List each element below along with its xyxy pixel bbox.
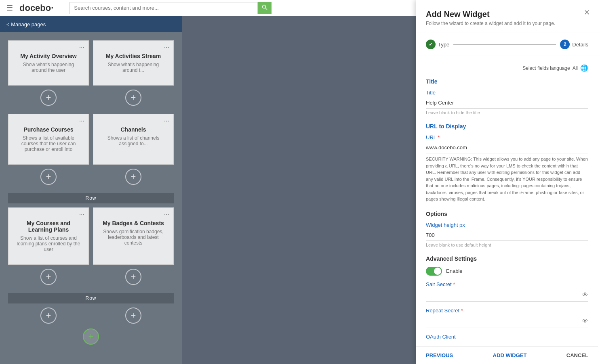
main-content: ··· My Activity Overview Show what's hap… — [0, 32, 182, 364]
height-field: Widget height px Leave blank to use defa… — [426, 222, 588, 247]
show-repeat-secret-icon[interactable]: 👁 — [582, 318, 588, 325]
title-input[interactable] — [426, 97, 588, 109]
cancel-button[interactable]: CANCEL — [566, 352, 588, 358]
add-btn-row: + + — [8, 90, 174, 106]
step-2-circle: 2 — [560, 40, 570, 49]
add-widget-button[interactable]: + — [125, 308, 141, 324]
step-2-label: Details — [572, 42, 588, 48]
repeat-secret-field: Repeat Secret * 👁 — [426, 308, 588, 328]
add-btn-container-4: + — [93, 169, 174, 185]
widget-title: My Activities Stream — [101, 53, 165, 59]
title-hint: Leave blank to hide the title — [426, 110, 588, 115]
widget-title: Channels — [101, 126, 165, 133]
oauth-client-label: OAuth Client — [426, 334, 588, 340]
widget-title: My Courses and Learning Plans — [17, 220, 80, 233]
widget-card-badges-contests: ··· My Badges & Contests Shows gamificat… — [93, 207, 174, 265]
row-label-2: Row — [8, 293, 174, 303]
wizard-stepper: ✓ Type 2 Details — [416, 33, 598, 56]
height-input[interactable] — [426, 230, 588, 241]
enable-label: Enable — [446, 268, 462, 274]
oauth-client-select[interactable] — [426, 341, 588, 347]
add-widget-button[interactable]: + — [40, 269, 57, 285]
panel-footer: PREVIOUS ADD WIDGET CANCEL — [416, 346, 598, 364]
title-input-label: Title — [426, 90, 588, 96]
manage-pages-link[interactable]: < Manage pages — [6, 21, 46, 27]
salt-secret-label: Salt Secret * — [426, 281, 588, 287]
add-btn-row-center: + — [8, 328, 174, 345]
toggle-knob — [434, 268, 441, 275]
widget-menu-icon[interactable]: ··· — [79, 44, 84, 51]
show-salt-secret-icon[interactable]: 👁 — [582, 291, 588, 299]
panel-header: ✕ Add New Widget Follow the wizard to cr… — [416, 0, 598, 33]
svg-line-1 — [265, 8, 267, 10]
widget-cards-row2: ··· Purchase Courses Shows a list of ava… — [8, 114, 174, 165]
salt-secret-input[interactable] — [426, 289, 588, 300]
add-btn-container-5: + — [8, 269, 89, 285]
height-hint: Leave blank to use default height — [426, 243, 588, 247]
lang-value: All — [573, 65, 578, 71]
widget-card-activity-overview: ··· My Activity Overview Show what's hap… — [8, 40, 89, 86]
height-input-label: Widget height px — [426, 222, 588, 228]
enable-toggle[interactable] — [426, 267, 442, 276]
search-button[interactable] — [258, 2, 272, 14]
widget-menu-icon[interactable]: ··· — [164, 44, 169, 51]
logo: docebo· — [19, 3, 53, 13]
oauth-client-field: OAuth Client ▼ — [426, 334, 588, 347]
oauth-client-row: ▼ — [426, 341, 588, 347]
widget-menu-icon[interactable]: ··· — [79, 211, 84, 218]
search-input[interactable] — [69, 2, 258, 14]
globe-icon[interactable]: 🌐 — [580, 64, 588, 72]
add-btn-container-1: + — [8, 90, 89, 106]
add-btn-container-7: + — [8, 308, 89, 324]
widget-description: Shows a list of available courses that t… — [17, 135, 80, 152]
widget-card-activities-stream: ··· My Activities Stream Show what's hap… — [93, 40, 174, 86]
add-btn-container-3: + — [8, 169, 89, 185]
add-widget-button[interactable]: ADD WIDGET — [493, 352, 527, 358]
widget-row-1: ··· My Activity Overview Show what's hap… — [8, 40, 174, 106]
security-warning-text: SECURITY WARNING: This widget allows you… — [426, 156, 588, 203]
close-icon[interactable]: ✕ — [584, 8, 590, 17]
svg-point-0 — [263, 5, 266, 8]
add-widget-button[interactable]: + — [125, 269, 141, 285]
menu-icon[interactable]: ☰ — [0, 4, 19, 13]
step-2: 2 Details — [560, 40, 588, 49]
add-widget-button[interactable]: + — [40, 90, 57, 106]
repeat-secret-input[interactable] — [426, 315, 588, 326]
widget-cards-row3: ··· My Courses and Learning Plans Show a… — [8, 207, 174, 265]
previous-button[interactable]: PREVIOUS — [426, 352, 453, 358]
add-widget-button[interactable]: + — [40, 169, 57, 185]
add-row-button[interactable]: + — [83, 328, 99, 345]
sub-header: < Manage pages — [0, 16, 182, 32]
panel-body: Select fields language All 🌐 Title Title… — [416, 56, 598, 346]
url-input-label: URL * — [426, 134, 588, 140]
widget-card-purchase-courses: ··· Purchase Courses Shows a list of ava… — [8, 114, 89, 165]
options-section: Options Widget height px Leave blank to … — [426, 211, 588, 247]
options-section-header: Options — [426, 211, 588, 217]
add-btn-row-3: + + — [8, 269, 174, 285]
widget-title: Purchase Courses — [17, 126, 80, 133]
enable-toggle-row: Enable — [426, 267, 588, 276]
widget-menu-icon[interactable]: ··· — [164, 211, 169, 218]
widget-card-courses-learning: ··· My Courses and Learning Plans Show a… — [8, 207, 89, 265]
add-widget-button[interactable]: + — [40, 308, 57, 324]
widget-row-3: ··· My Courses and Learning Plans Show a… — [8, 207, 174, 285]
add-widget-button[interactable]: + — [125, 169, 141, 185]
add-btn-row-2: + + — [8, 169, 174, 185]
repeat-secret-label: Repeat Secret * — [426, 308, 588, 314]
row-label: Row — [8, 193, 174, 203]
salt-secret-input-wrapper: 👁 — [426, 289, 588, 302]
widget-title: My Activity Overview — [17, 53, 80, 59]
widget-description: Show what's happening around the user — [17, 62, 80, 73]
widget-menu-icon[interactable]: ··· — [79, 117, 84, 125]
search-bar — [69, 2, 272, 14]
advanced-section-header: Advanced Settings — [426, 255, 588, 262]
add-btn-row-bottom: + + — [8, 308, 174, 324]
add-widget-button[interactable]: + — [125, 90, 141, 106]
widget-menu-icon[interactable]: ··· — [164, 117, 169, 125]
widget-description: Show what's happening around t... — [101, 62, 165, 73]
url-input[interactable] — [426, 142, 588, 153]
title-field: Title Leave blank to hide the title — [426, 90, 588, 115]
widget-row-2: ··· Purchase Courses Shows a list of ava… — [8, 114, 174, 185]
lang-row: Select fields language All 🌐 — [426, 64, 588, 72]
url-section: URL to Display URL * SECURITY WARNING: T… — [426, 123, 588, 203]
